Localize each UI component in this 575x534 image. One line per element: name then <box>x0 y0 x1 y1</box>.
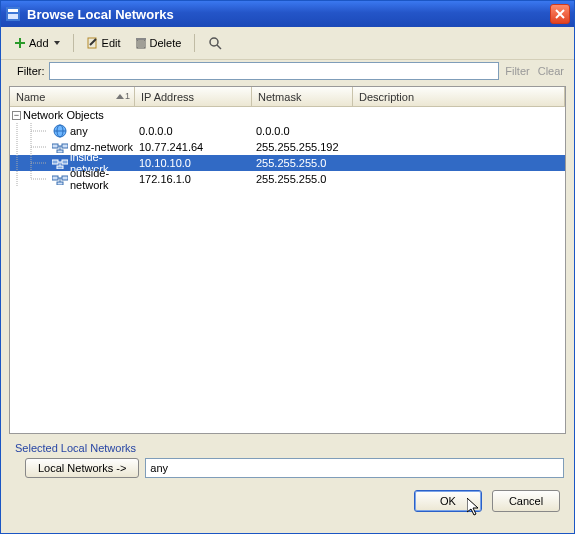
tree-line-icon <box>10 139 24 155</box>
tree-branch-icon <box>24 155 52 171</box>
svg-rect-36 <box>52 160 58 164</box>
row-netmask: 255.255.255.192 <box>252 141 353 153</box>
selected-row: Local Networks -> <box>1 458 574 482</box>
svg-line-15 <box>217 45 221 49</box>
network-grid: Name 1 IP Address Netmask Description − … <box>9 86 566 434</box>
sort-indicator: 1 <box>116 91 130 101</box>
table-row[interactable]: outside-network172.16.1.0255.255.255.0 <box>10 171 565 187</box>
selected-value-input[interactable] <box>145 458 564 478</box>
row-ip: 10.10.10.0 <box>135 157 252 169</box>
column-name-label: Name <box>16 91 45 103</box>
subnet-icon <box>52 171 68 187</box>
row-netmask: 255.255.255.0 <box>252 173 353 185</box>
root-label: Network Objects <box>23 109 104 121</box>
row-name: outside-network <box>70 167 135 191</box>
sort-order-label: 1 <box>125 91 130 101</box>
tree-branch-icon <box>24 171 52 187</box>
tree-line-icon <box>10 123 24 139</box>
sort-up-icon <box>116 94 124 99</box>
dialog-window: Browse Local Networks Add <box>0 0 575 534</box>
svg-rect-28 <box>62 144 68 148</box>
add-label: Add <box>29 37 49 49</box>
row-netmask: 0.0.0.0 <box>252 125 353 137</box>
magnifier-icon <box>208 36 222 50</box>
local-networks-button[interactable]: Local Networks -> <box>25 458 139 478</box>
filter-input[interactable] <box>49 62 500 80</box>
grid-body[interactable]: − Network Objects any0.0.0.00.0.0.0dmz-n… <box>10 107 565 433</box>
chevron-down-icon <box>54 41 60 45</box>
filter-label: Filter: <box>17 65 45 77</box>
column-description-label: Description <box>359 91 414 103</box>
app-icon <box>5 6 21 22</box>
cancel-button[interactable]: Cancel <box>492 490 560 512</box>
selected-header: Selected Local Networks <box>1 434 574 458</box>
column-description[interactable]: Description <box>353 87 565 106</box>
row-netmask: 255.255.255.0 <box>252 157 353 169</box>
svg-rect-10 <box>136 38 146 40</box>
row-ip: 172.16.1.0 <box>135 173 252 185</box>
grid-header: Name 1 IP Address Netmask Description <box>10 87 565 107</box>
separator <box>194 34 195 52</box>
tree-branch-icon <box>24 123 52 139</box>
collapse-toggle[interactable]: − <box>12 111 21 120</box>
plus-icon <box>14 37 26 49</box>
column-ip-label: IP Address <box>141 91 194 103</box>
row-ip: 0.0.0.0 <box>135 125 252 137</box>
toolbar: Add Edit Delete <box>1 27 574 60</box>
svg-rect-6 <box>15 42 25 44</box>
filter-row: Filter: Filter Clear <box>1 60 574 86</box>
column-ip[interactable]: IP Address <box>135 87 252 106</box>
svg-rect-45 <box>52 176 58 180</box>
row-ip: 10.77.241.64 <box>135 141 252 153</box>
delete-label: Delete <box>150 37 182 49</box>
svg-rect-37 <box>62 160 68 164</box>
column-netmask[interactable]: Netmask <box>252 87 353 106</box>
svg-point-14 <box>210 38 218 46</box>
column-name[interactable]: Name 1 <box>10 87 135 106</box>
svg-rect-49 <box>57 182 63 185</box>
tree-root-row[interactable]: − Network Objects <box>10 107 565 123</box>
column-netmask-label: Netmask <box>258 91 301 103</box>
separator <box>73 34 74 52</box>
close-button[interactable] <box>550 4 570 24</box>
edit-label: Edit <box>102 37 121 49</box>
tree-line-icon <box>10 171 24 187</box>
tree-line-icon <box>10 155 24 171</box>
svg-rect-46 <box>62 176 68 180</box>
delete-button[interactable]: Delete <box>130 34 187 52</box>
ok-button[interactable]: OK <box>414 490 482 512</box>
filter-apply-link[interactable]: Filter <box>503 65 531 77</box>
dialog-buttons: OK Cancel <box>1 482 574 522</box>
add-button[interactable]: Add <box>9 34 65 52</box>
globe-icon <box>52 123 68 139</box>
row-name: any <box>70 125 88 137</box>
filter-clear-link[interactable]: Clear <box>536 65 566 77</box>
trash-icon <box>135 37 147 49</box>
tree-branch-icon <box>24 139 52 155</box>
svg-rect-1 <box>8 9 18 12</box>
pencil-icon <box>87 37 99 49</box>
find-button[interactable] <box>203 33 227 53</box>
table-row[interactable]: any0.0.0.00.0.0.0 <box>10 123 565 139</box>
svg-rect-27 <box>52 144 58 148</box>
titlebar[interactable]: Browse Local Networks <box>1 1 574 27</box>
edit-button[interactable]: Edit <box>82 34 126 52</box>
svg-rect-2 <box>8 14 18 19</box>
svg-line-8 <box>90 39 96 45</box>
window-title: Browse Local Networks <box>27 7 550 22</box>
